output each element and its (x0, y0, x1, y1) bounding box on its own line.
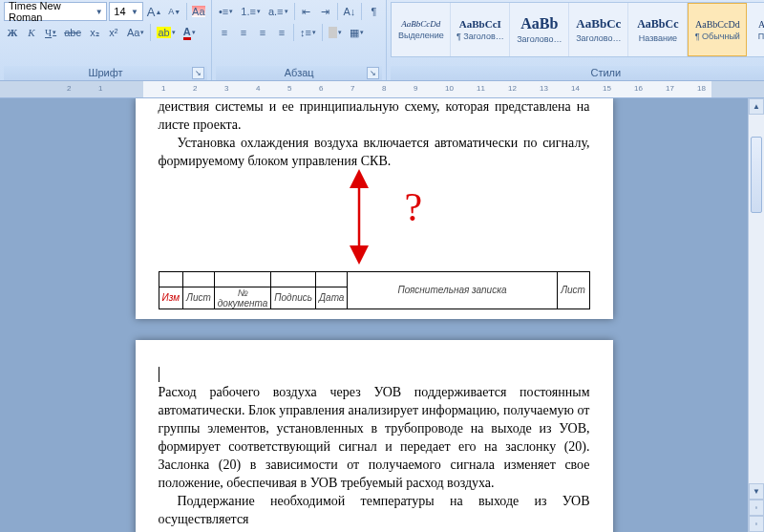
style-preview: AaBb (520, 15, 558, 32)
grow-font-button[interactable]: A▲ (145, 2, 164, 21)
style-item[interactable]: AaBbCcDdВыделение (392, 3, 451, 56)
line-spacing-button[interactable]: ↕≡▾ (297, 23, 319, 42)
horizontal-ruler[interactable]: 21123456789101112131415161718 (0, 81, 764, 98)
style-item[interactable]: AaBbCcIПодзаг… (747, 3, 764, 56)
style-item[interactable]: AaBbCcDd¶ Обычный (688, 3, 747, 56)
style-name: Заголово… (512, 34, 566, 44)
ruler-number: 2 (67, 84, 71, 93)
align-center-button[interactable]: ≡ (235, 23, 252, 42)
numbering-button[interactable]: 1.≡▾ (238, 2, 264, 21)
font-group-label: Шрифт ↘ (4, 66, 207, 80)
subscript-button[interactable]: x₂ (86, 23, 103, 42)
ruler-number: 15 (603, 84, 611, 93)
pages-viewport[interactable]: деиствия системы и ее принципиальную схе… (0, 98, 748, 532)
style-item[interactable]: AaBbЗаголово… (510, 3, 569, 56)
style-preview: AaBbCcI (758, 19, 764, 30)
borders-button[interactable]: ▦▾ (347, 23, 367, 42)
strikethrough-button[interactable]: abc (61, 23, 84, 42)
style-item[interactable]: AaBbCcЗаголово… (569, 3, 628, 56)
paragraph[interactable]: деиствия системы и ее принципиальную схе… (159, 98, 590, 135)
paragraph[interactable]: Расход рабочего воздуха через УОВ поддер… (159, 384, 590, 492)
chevron-down-icon: ▼ (94, 8, 104, 16)
ruler-number: 6 (319, 84, 323, 93)
font-group: Times New Roman ▼ 14 ▼ A▲ A▼ Aa Ж К Ч▾ a… (0, 0, 212, 80)
style-preview: AaBbCcDd (695, 19, 740, 30)
caret-line[interactable] (159, 367, 590, 385)
scroll-thumb[interactable] (751, 137, 762, 213)
page-2[interactable]: Расход рабочего воздуха через УОВ поддер… (136, 340, 613, 532)
style-item[interactable]: AaBbCcНазвание (628, 3, 688, 56)
align-right-button[interactable]: ≡ (254, 23, 271, 42)
align-left-button[interactable]: ≡ (216, 23, 233, 42)
style-preview: AaBbCc (637, 17, 678, 32)
page-1[interactable]: деиствия системы и ее принципиальную схе… (136, 98, 613, 319)
style-name: Подзаг… (749, 32, 764, 41)
ruler-number: 4 (256, 84, 260, 93)
show-marks-button[interactable]: ¶ (365, 2, 382, 21)
font-dialog-launcher[interactable]: ↘ (192, 67, 204, 79)
ruler-number: 9 (414, 84, 417, 93)
font-size-combo[interactable]: 14 ▼ (109, 2, 142, 21)
style-name: Выделение (393, 31, 448, 40)
increase-indent-button[interactable]: ⇥ (317, 2, 334, 21)
style-preview: AaBbCcI (459, 18, 501, 30)
sheet-label: Лист (557, 271, 589, 309)
styles-gallery: AaBbCcDdВыделениеAaBbCcI¶ Заголов…AaBbЗа… (391, 2, 764, 57)
scroll-down-button[interactable]: ▼ (749, 483, 764, 500)
prev-page-button[interactable]: ◦ (749, 500, 764, 516)
styles-group: AaBbCcDdВыделениеAaBbCcI¶ Заголов…AaBbЗа… (387, 0, 764, 80)
ruler-number: 14 (571, 84, 580, 93)
multilevel-button[interactable]: a.≡▾ (265, 2, 291, 21)
ruler-number: 12 (508, 84, 517, 93)
title-block-title: Пояснительная записка (348, 271, 557, 309)
vertical-scrollbar[interactable]: ▲ ▼ ◦ ◦ (748, 98, 764, 532)
font-size-value: 14 (112, 6, 129, 17)
style-name: ¶ Заголов… (453, 32, 507, 41)
ruler-number: 16 (634, 84, 643, 93)
font-color-button[interactable]: A▾ (180, 23, 199, 42)
next-page-button[interactable]: ◦ (749, 516, 764, 532)
ruler-number: 13 (540, 84, 548, 93)
change-case-button[interactable]: Aa▾ (124, 23, 147, 42)
chevron-down-icon: ▼ (130, 8, 140, 16)
shading-button[interactable]: ▾ (326, 23, 345, 42)
paragraph[interactable]: Поддержание необходимой температуры на в… (159, 493, 590, 529)
paragraph-group: •≡▾ 1.≡▾ a.≡▾ ⇤ ⇥ A↓ ¶ ≡ ≡ ≡ ≡ ↕≡▾ ▾ (212, 0, 387, 80)
ruler-number: 10 (445, 84, 454, 93)
ruler-number: 1 (98, 84, 102, 93)
italic-button[interactable]: К (23, 23, 40, 42)
ruler-number: 7 (350, 84, 354, 93)
superscript-button[interactable]: x² (105, 23, 122, 42)
style-name: Заголово… (571, 33, 626, 43)
ruler-number: 11 (477, 84, 485, 93)
ruler-number: 3 (224, 84, 228, 93)
shrink-font-button[interactable]: A▼ (166, 2, 183, 21)
document-area: 21123456789101112131415161718 деиствия с… (0, 81, 764, 532)
decrease-indent-button[interactable]: ⇤ (298, 2, 315, 21)
paragraph-group-label: Абзац ↘ (216, 66, 382, 80)
font-name-combo[interactable]: Times New Roman ▼ (4, 2, 107, 21)
ribbon: Times New Roman ▼ 14 ▼ A▲ A▼ Aa Ж К Ч▾ a… (0, 0, 764, 81)
bullets-button[interactable]: •≡▾ (216, 2, 236, 21)
title-block-table: Пояснительная записка Лист Изм Лист № до… (159, 271, 590, 309)
highlight-button[interactable]: ab▾ (154, 23, 178, 42)
style-preview: AaBbCcDd (401, 19, 440, 29)
bold-button[interactable]: Ж (4, 23, 21, 42)
sort-button[interactable]: A↓ (341, 2, 359, 21)
style-name: ¶ Обычный (690, 32, 744, 41)
style-preview: AaBbCc (576, 16, 621, 32)
styles-group-label: Стили ↘ (391, 66, 764, 80)
justify-button[interactable]: ≡ (273, 23, 290, 42)
paragraph[interactable]: Установка охлаждения воздуха включается … (159, 135, 590, 171)
ruler-number: 8 (382, 84, 386, 93)
ruler-number: 5 (287, 84, 291, 93)
style-item[interactable]: AaBbCcI¶ Заголов… (451, 3, 510, 56)
scroll-up-button[interactable]: ▲ (749, 98, 764, 115)
ruler-number: 1 (161, 84, 165, 93)
font-name-value: Times New Roman (7, 0, 94, 23)
clear-formatting-button[interactable]: Aa (190, 2, 207, 21)
paragraph-dialog-launcher[interactable]: ↘ (367, 67, 379, 79)
underline-button[interactable]: Ч▾ (42, 23, 59, 42)
text-cursor (159, 367, 159, 382)
annotation-arrow-icon (340, 171, 397, 265)
